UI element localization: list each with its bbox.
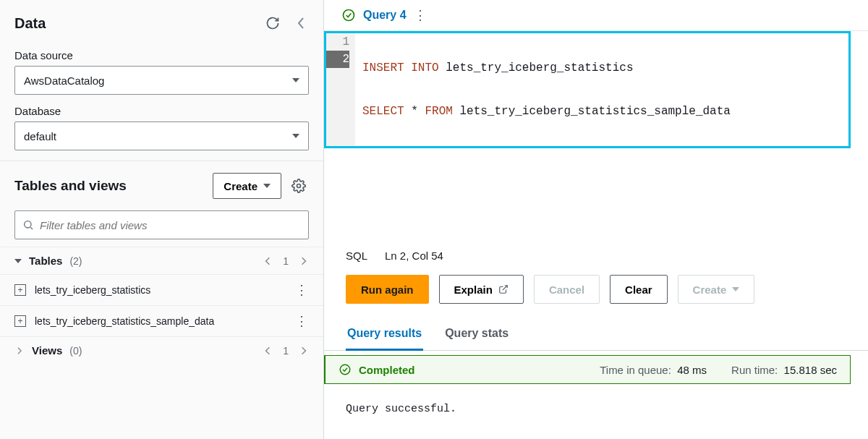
check-circle-icon — [339, 363, 352, 376]
tables-count: (2) — [69, 255, 82, 267]
editor-code[interactable]: INSERT INTO lets_try_iceberg_statistics … — [355, 33, 848, 146]
svg-point-0 — [297, 184, 301, 188]
row-menu-icon[interactable]: ⋮ — [295, 313, 309, 329]
runtime-label: Run time: — [731, 364, 778, 376]
search-icon — [22, 219, 34, 231]
caret-down-icon — [732, 287, 739, 291]
create-label: Create — [224, 180, 258, 192]
check-circle-icon — [341, 8, 356, 22]
create-table-button[interactable]: Create — [213, 173, 281, 199]
data-source-label: Data source — [14, 49, 309, 61]
chevron-right-icon[interactable] — [299, 255, 309, 267]
create-button: Create — [678, 275, 755, 304]
collapse-sidebar-icon[interactable] — [293, 13, 309, 33]
svg-point-3 — [344, 10, 354, 21]
data-source-select[interactable]: AwsDataCatalog — [14, 66, 309, 95]
explain-label: Explain — [454, 284, 493, 296]
queue-value: 48 ms — [677, 364, 707, 376]
tables-views-title: Tables and views — [14, 178, 127, 194]
sql-editor[interactable]: 1 2 INSERT INTO lets_try_iceberg_statist… — [324, 31, 851, 148]
clear-button[interactable]: Clear — [610, 275, 668, 304]
results-tab-bar: Query results Query stats — [324, 318, 868, 351]
expand-icon[interactable]: + — [14, 284, 26, 296]
runtime-value: 15.818 sec — [784, 364, 837, 376]
table-name: lets_try_iceberg_statistics — [35, 284, 150, 296]
query-action-bar: Run again Explain Cancel Clear Create — [324, 272, 868, 318]
tables-label: Tables — [29, 255, 62, 267]
table-name: lets_try_iceberg_statistics_sample_data — [35, 315, 214, 327]
svg-point-5 — [340, 365, 350, 375]
result-message: Query successful. — [324, 384, 868, 434]
refresh-icon[interactable] — [263, 13, 283, 33]
views-page: 1 — [283, 345, 289, 357]
filter-tables-input[interactable] — [14, 210, 309, 239]
tables-page: 1 — [283, 255, 289, 267]
gear-icon[interactable] — [289, 176, 309, 196]
run-again-button[interactable]: Run again — [346, 275, 429, 304]
chevron-left-icon[interactable] — [263, 255, 273, 267]
table-row[interactable]: + lets_try_iceberg_statistics_sample_dat… — [0, 305, 323, 336]
database-label: Database — [14, 105, 309, 117]
svg-point-1 — [25, 221, 31, 228]
explain-button[interactable]: Explain — [439, 275, 524, 304]
table-row[interactable]: + lets_try_iceberg_statistics ⋮ — [0, 274, 323, 305]
tab-menu-icon[interactable]: ⋮ — [414, 7, 427, 23]
data-sidebar: Data Data source AwsDataCatalog Database… — [0, 0, 324, 439]
svg-line-2 — [30, 227, 33, 229]
data-source-value: AwsDataCatalog — [24, 74, 104, 87]
caret-down-icon — [292, 78, 299, 82]
create-label: Create — [693, 284, 727, 296]
chevron-right-icon — [14, 346, 25, 356]
caret-down-icon — [14, 259, 22, 263]
query-panel: Query 4 ⋮ 1 2 INSERT INTO lets_try_icebe… — [324, 0, 868, 439]
views-count: (0) — [69, 345, 82, 357]
editor-gutter: 1 2 — [326, 33, 355, 146]
tables-group-header[interactable]: Tables (2) 1 — [0, 247, 323, 274]
filter-input[interactable] — [40, 219, 301, 231]
sidebar-title: Data — [14, 15, 46, 32]
result-status-bar: Completed Time in queue: 48 ms Run time:… — [324, 355, 851, 384]
chevron-right-icon[interactable] — [299, 345, 309, 357]
tab-query-stats[interactable]: Query stats — [443, 318, 510, 350]
svg-line-4 — [503, 286, 507, 290]
chevron-left-icon[interactable] — [263, 345, 273, 357]
query-tab-bar: Query 4 ⋮ — [324, 0, 868, 31]
caret-down-icon — [292, 134, 299, 138]
views-group-header[interactable]: Views (0) 1 — [0, 336, 323, 364]
external-link-icon — [498, 284, 509, 294]
tab-query-results[interactable]: Query results — [346, 318, 423, 350]
queue-label: Time in queue: — [600, 364, 671, 376]
status-label: Completed — [359, 364, 415, 376]
editor-status: SQL Ln 2, Col 54 — [324, 235, 868, 272]
query-tab-title[interactable]: Query 4 — [363, 9, 407, 22]
database-value: default — [24, 130, 56, 142]
row-menu-icon[interactable]: ⋮ — [295, 282, 309, 298]
editor-lang: SQL — [346, 250, 367, 262]
cancel-button: Cancel — [534, 275, 600, 304]
editor-cursor: Ln 2, Col 54 — [385, 250, 443, 262]
views-label: Views — [32, 344, 62, 357]
expand-icon[interactable]: + — [14, 315, 26, 327]
caret-down-icon — [263, 184, 271, 188]
database-select[interactable]: default — [14, 122, 309, 150]
